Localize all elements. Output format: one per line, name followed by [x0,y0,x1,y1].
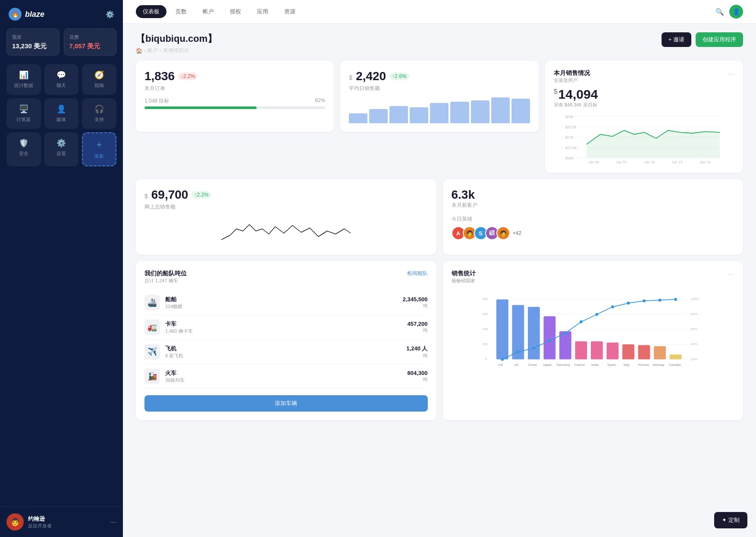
daily-sales-label: 平均日销售额 [349,85,530,92]
fleet-unit-truck: 吨 [408,327,428,334]
user-avatar: 👨 [6,513,24,531]
svg-rect-32 [527,307,540,359]
line-chart-svg: $24k $20.5K $17K $13.5K $10K Apr 04 Apr … [554,112,734,164]
fleet-unit-ship: 吨 [403,303,428,309]
svg-point-48 [595,313,598,316]
stats-grid-2: $ 69,700 ↑2.2% 网上总销售额 6.3k 本月新客户 今日英雄 [136,179,743,255]
sales-more-dots[interactable]: ··· [728,69,734,78]
orders-card: 1,836 ↓2.2% 本月订单 1,048 目标 62% [136,61,334,132]
svg-rect-41 [669,354,681,359]
tab-accounts[interactable]: 帐户 [196,5,221,18]
expense-value: 7,057 美元 [69,42,111,50]
calc-icon: 🖥️ [19,104,28,114]
sidebar-item-security[interactable]: 🛡️ 安全 [6,132,41,166]
sidebar-item-settings[interactable]: ⚙️ 设置 [44,132,79,166]
customize-button[interactable]: ✦ 定制 [714,512,747,528]
budget-cards: 预算 13,230 美元 花费 7,057 美元 [0,28,123,62]
top-nav-right: 🔍 👤 [715,5,743,19]
svg-text:France: France [574,363,584,367]
sidebar-item-calc[interactable]: 🖥️ 计算器 [6,98,41,129]
svg-rect-30 [496,300,508,359]
svg-point-45 [548,339,551,342]
tab-resources[interactable]: 资源 [277,5,302,18]
header-settings-icon[interactable]: ⚙️ [106,10,114,19]
sidebar-item-guide[interactable]: 🧭 指南 [82,64,116,95]
tab-pages[interactable]: 页数 [169,5,194,18]
tab-auth[interactable]: 授权 [223,5,248,18]
total-sales-change: ↑2.2% [191,191,211,199]
svg-point-53 [674,298,677,301]
fleet-count-train: 36路列车 [165,377,185,384]
svg-text:Norway: Norway [652,363,664,367]
dollar-sign2: $ [144,193,148,200]
sidebar-item-media[interactable]: 👤 媒体 [44,98,79,129]
fleet-link[interactable]: 检阅舰队 [407,270,428,277]
sales-stats-header-left: 销售统计 最畅销国家 [452,270,476,290]
progress-target: 1,048 目标 [144,97,169,105]
search-button[interactable]: 🔍 [715,8,724,16]
svg-rect-35 [575,341,587,359]
new-customers-label: 本月新客户 [452,202,735,209]
add-vehicle-button[interactable]: 添加车辆 [144,395,428,412]
total-sales-label: 网上总销售额 [144,203,428,211]
security-label: 安全 [19,150,28,157]
sales-stats-title: 销售统计 [452,270,476,278]
fleet-sub: 总计 1,247 辆车 [144,278,187,284]
breadcrumb-sep1: › [144,48,146,54]
svg-text:20%: 20% [690,357,697,361]
guide-label: 指南 [94,82,104,89]
fleet-card: 我们的船队吨位 总计 1,247 辆车 检阅舰队 🚢 船舶 234艘艘 2,34… [136,261,436,420]
sales-stats-sub: 最畅销国家 [452,278,476,284]
svg-text:$17K: $17K [565,135,574,140]
breadcrumb-home: 🏠 [136,48,142,54]
sales-stats-more[interactable]: ··· [728,270,734,290]
fleet-value-ship: 2,345,500 吨 [403,296,428,309]
sidebar-item-stats[interactable]: 📊 统计数据 [6,64,41,95]
fleet-item-info-plane: 飞机 8 架飞机 [165,345,183,359]
fleet-value-truck: 457,200 吨 [408,321,428,334]
breadcrumb-accounts: 帐户 [147,47,158,54]
daily-sales-change: ↑2.6% [389,72,409,80]
budget-label: 预算 [12,34,54,41]
invite-button[interactable]: + 邀请 [662,32,691,47]
calc-label: 计算器 [16,116,31,123]
svg-text:800: 800 [482,297,488,301]
fleet-item-truck: 🚛 卡车 1,460 辆卡车 457,200 吨 [144,315,428,340]
svg-point-46 [564,331,567,334]
page-actions: + 邀请 创建应用程序 [662,32,743,47]
fleet-item-plane: ✈️ 飞机 8 架飞机 1,240 人 吨 [144,340,428,364]
fleet-amount-plane: 1,240 人 [406,345,427,353]
mini-bar [450,102,469,123]
daily-sales-card: $ 2,420 ↑2.6% 平均日销售额 [340,61,538,132]
media-label: 媒体 [56,116,66,123]
sidebar-item-chat[interactable]: 💬 聊天 [44,64,79,95]
sidebar-item-support[interactable]: 🎧 支持 [82,98,116,129]
svg-text:$10K: $10K [565,156,574,160]
add-label: 添新 [94,153,104,159]
stats-label: 统计数据 [14,82,33,89]
svg-text:UK: UK [514,363,519,367]
sidebar: 🔥 blaze ⚙️ 预算 13,230 美元 花费 7,057 美元 📊 统计… [0,0,123,537]
more-icon[interactable]: ⋯ [110,518,116,526]
budget-value: 13,230 美元 [12,42,54,50]
fleet-name-train: 火车 [165,369,185,377]
sales-big-number: 14,094 [554,87,734,102]
page-content: 【biqubiqu.com】 🏠 › 帐户 › 奥弗维耶夫 + 邀请 创建应用程… [123,24,756,537]
tab-apps[interactable]: 应用 [250,5,275,18]
page-title: 【biqubiqu.com】 [136,32,217,45]
daily-sales-number: 2,420 [356,69,386,83]
svg-text:Japan: Japan [543,363,552,367]
tab-dashboard[interactable]: 仪表板 [136,5,166,18]
create-button[interactable]: 创建应用程序 [696,32,743,47]
mini-bar [389,106,408,123]
fleet-unit-plane: 吨 [406,353,427,359]
sidebar-item-add[interactable]: + 添新 [82,132,116,166]
svg-text:Canada: Canada [668,363,681,367]
svg-text:600: 600 [482,312,488,316]
breadcrumb-current: 奥弗维耶夫 [163,47,189,54]
svg-text:Apr 07: Apr 07 [616,160,627,164]
mini-bar [471,100,489,123]
svg-text:60%: 60% [690,327,697,331]
fleet-count-truck: 1,460 辆卡车 [165,328,193,334]
logo-text: blaze [25,10,44,19]
